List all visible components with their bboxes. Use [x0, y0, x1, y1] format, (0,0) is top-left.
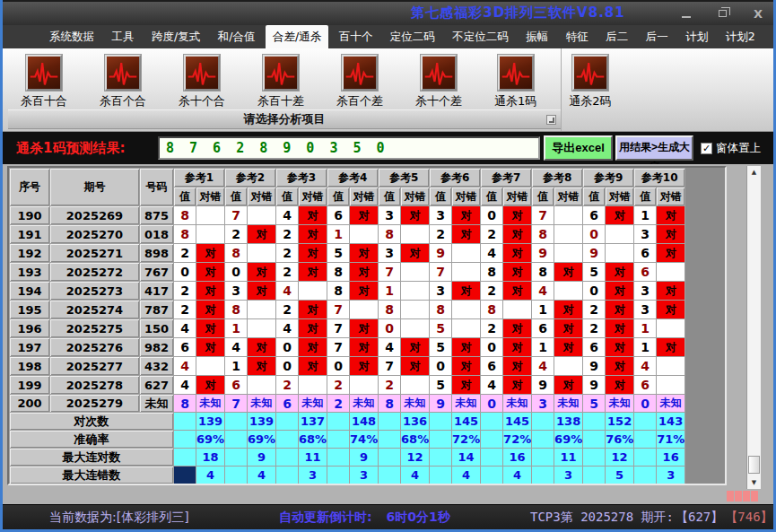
- summary-value-ref6: 14: [452, 449, 481, 467]
- cell-ref5-value: 0: [379, 319, 401, 338]
- cell-number: 767: [140, 263, 174, 282]
- summary-value-ref8: 69%: [554, 431, 583, 449]
- toolbar-button-2[interactable]: 杀百个合: [100, 55, 146, 109]
- cell-ref9-judge: 对: [606, 263, 634, 282]
- summary-value-ref4: 148: [350, 413, 379, 431]
- cell-ref5-value: 3: [379, 206, 401, 225]
- scroll-up-icon[interactable]: ▲: [747, 166, 761, 179]
- toolbar-button-6[interactable]: 杀十个差: [415, 55, 462, 109]
- col-subheader-value: 值: [379, 188, 401, 206]
- summary-spacer: [276, 467, 299, 484]
- result-label: 通杀1码预测结果:: [16, 140, 153, 157]
- summary-value-ref7: 72%: [503, 431, 532, 449]
- minimize-icon: [682, 16, 691, 18]
- toolbar-button-1[interactable]: 杀百十合: [21, 55, 67, 109]
- cell-ref6-judge: 对: [452, 338, 481, 357]
- cell-ref9-judge: 对: [606, 338, 634, 357]
- toolbar-button-4[interactable]: 杀百十差: [257, 55, 304, 109]
- cell-ref5-value: 7: [379, 263, 401, 282]
- menu-item-12[interactable]: 后一: [639, 25, 676, 48]
- dialog-launcher-icon[interactable]: [546, 115, 556, 125]
- topmost-checkbox-row[interactable]: ✓ 窗体置上: [701, 141, 761, 156]
- menu-item-10[interactable]: 特征: [559, 25, 596, 48]
- cell-ref2-value: 2: [225, 225, 248, 244]
- cell-seq: 190: [10, 206, 50, 225]
- toolbar-button-label: 杀百十差: [257, 93, 304, 109]
- cell-period: 2025271: [50, 244, 140, 263]
- col-subheader-value: 值: [481, 188, 503, 206]
- checkbox-checked-icon[interactable]: ✓: [701, 143, 712, 154]
- cell-ref2-judge: [248, 244, 276, 263]
- menu-item-6[interactable]: 百十个: [332, 25, 380, 48]
- cell-ref4-value: 2: [327, 395, 350, 413]
- prediction-result-field[interactable]: 8 7 6 2 8 9 0 3 5 0: [158, 136, 540, 160]
- cell-period: 2025276: [50, 338, 140, 357]
- summary-value-ref5: 68%: [401, 431, 430, 449]
- app-window: 第七感福彩3D排列三软件V8.81 X 系统数据工具跨度/复式和/合值合差/通杀…: [0, 0, 776, 532]
- col-header-seq: 序号: [10, 169, 50, 206]
- col-subheader-judge: 对错: [657, 188, 685, 206]
- menu-item-8[interactable]: 不定位二码: [445, 25, 516, 48]
- menu-item-3[interactable]: 跨度/复式: [144, 25, 207, 48]
- minimize-button[interactable]: [676, 5, 696, 22]
- scroll-down-icon[interactable]: ▼: [747, 476, 761, 489]
- toolbar-button-7[interactable]: 通杀1码: [494, 55, 536, 109]
- cell-ref7-value: 6: [481, 357, 503, 376]
- cell-ref7-value: 2: [481, 225, 503, 244]
- export-excel-button[interactable]: 导出excel: [544, 135, 613, 161]
- cell-ref8-value: 4: [532, 357, 554, 376]
- cell-ref3-value: 0: [276, 357, 299, 376]
- cell-ref3-judge: 对: [299, 301, 327, 319]
- menu-item-2[interactable]: 工具: [105, 25, 142, 48]
- status-bar: 当前数据为:[体彩排列三] 自动更新倒计时:6时0分1秒 TCP3第 20252…: [3, 504, 773, 529]
- toolbar-button-8[interactable]: 通杀2码: [569, 55, 611, 109]
- cell-ref10-value: 6: [634, 244, 657, 263]
- ecg-icon: [342, 55, 378, 91]
- cell-ref6-judge: [452, 301, 481, 319]
- summary-spacer: [276, 431, 299, 449]
- cell-ref6-value: 8: [430, 301, 452, 319]
- col-subheader-value: 值: [276, 188, 299, 206]
- col-subheader-value: 值: [225, 188, 248, 206]
- col-header-ref-6: 参考6: [430, 169, 481, 188]
- vertical-scrollbar[interactable]: ▲ ▼: [746, 166, 761, 489]
- menu-item-9[interactable]: 振幅: [519, 25, 555, 48]
- summary-spacer[interactable]: [174, 467, 196, 484]
- menu-item-13[interactable]: 计划: [678, 25, 715, 48]
- cell-period: 2025273: [50, 282, 140, 301]
- toolbar-button-3[interactable]: 杀十个合: [179, 55, 225, 109]
- cell-ref1-value: 4: [174, 376, 196, 395]
- summary-row-4: 最大连错数4433444353: [10, 467, 685, 484]
- cell-period: 2025278: [50, 376, 140, 395]
- toolbar-button-label: 杀百十合: [21, 93, 67, 109]
- summary-spacer: [327, 449, 350, 467]
- cell-ref9-judge: 对: [606, 357, 634, 376]
- menu-item-4[interactable]: 和/合值: [211, 25, 263, 48]
- cell-ref1-judge: 对: [196, 338, 225, 357]
- toolbar-button-5[interactable]: 杀百个差: [336, 55, 383, 109]
- cell-seq: 199: [10, 376, 50, 395]
- menu-item-11[interactable]: 后二: [598, 25, 635, 48]
- cell-ref6-judge: 对: [452, 225, 481, 244]
- col-subheader-value: 值: [430, 188, 452, 206]
- menu-item-7[interactable]: 定位二码: [383, 25, 442, 48]
- generate-dadi-button[interactable]: 用结果>生成大底: [615, 135, 693, 161]
- restore-button[interactable]: [712, 5, 732, 22]
- cell-seq: 200: [10, 395, 50, 413]
- menu-item-14[interactable]: 计划2: [719, 25, 763, 48]
- col-subheader-judge: 对错: [554, 188, 583, 206]
- menu-item-1[interactable]: 系统数据: [42, 25, 101, 48]
- menu-item-5[interactable]: 合差/通杀: [266, 25, 328, 48]
- cell-ref9-value: 9: [583, 357, 606, 376]
- cell-ref3-judge: 未知: [299, 395, 327, 413]
- summary-value-ref3: 11: [299, 449, 327, 467]
- close-button[interactable]: X: [748, 5, 768, 22]
- summary-label: 对次数: [10, 413, 174, 431]
- cell-ref2-judge: 对: [248, 338, 276, 357]
- scrollbar-thumb[interactable]: [748, 456, 760, 474]
- col-subheader-judge: 对错: [452, 188, 481, 206]
- cell-ref2-judge: 对: [248, 263, 276, 282]
- cell-ref6-judge: 对: [452, 376, 481, 395]
- cell-ref9-value: 0: [583, 282, 606, 301]
- cell-ref2-judge: 对: [248, 357, 276, 376]
